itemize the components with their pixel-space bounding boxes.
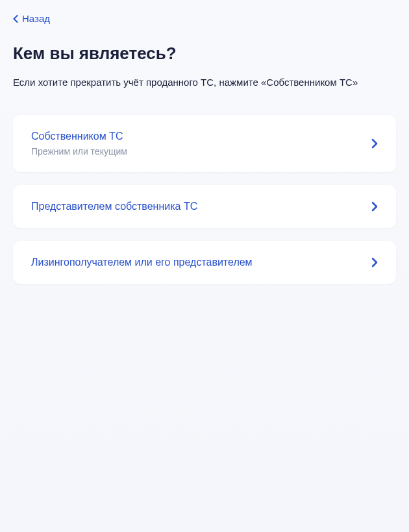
option-title: Лизингополучателем или его представителе… bbox=[31, 257, 371, 268]
back-link-label: Назад bbox=[22, 13, 50, 24]
option-content: Представителем собственника ТС bbox=[31, 201, 371, 212]
chevron-right-icon bbox=[371, 257, 378, 268]
chevron-right-icon bbox=[371, 201, 378, 212]
option-content: Лизингополучателем или его представителе… bbox=[31, 257, 371, 268]
option-owner[interactable]: Собственником ТС Прежним или текущим bbox=[13, 115, 396, 172]
option-subtitle: Прежним или текущим bbox=[31, 146, 371, 157]
option-representative[interactable]: Представителем собственника ТС bbox=[13, 185, 396, 228]
option-title: Представителем собственника ТС bbox=[31, 201, 371, 212]
option-lessee[interactable]: Лизингополучателем или его представителе… bbox=[13, 241, 396, 284]
chevron-right-icon bbox=[371, 138, 378, 149]
chevron-left-icon bbox=[13, 15, 18, 23]
page-title: Кем вы являетесь? bbox=[13, 44, 396, 64]
back-link[interactable]: Назад bbox=[13, 13, 396, 24]
page-description: Если хотите прекратить учёт проданного Т… bbox=[13, 75, 396, 89]
option-title: Собственником ТС bbox=[31, 131, 371, 142]
option-content: Собственником ТС Прежним или текущим bbox=[31, 131, 371, 157]
